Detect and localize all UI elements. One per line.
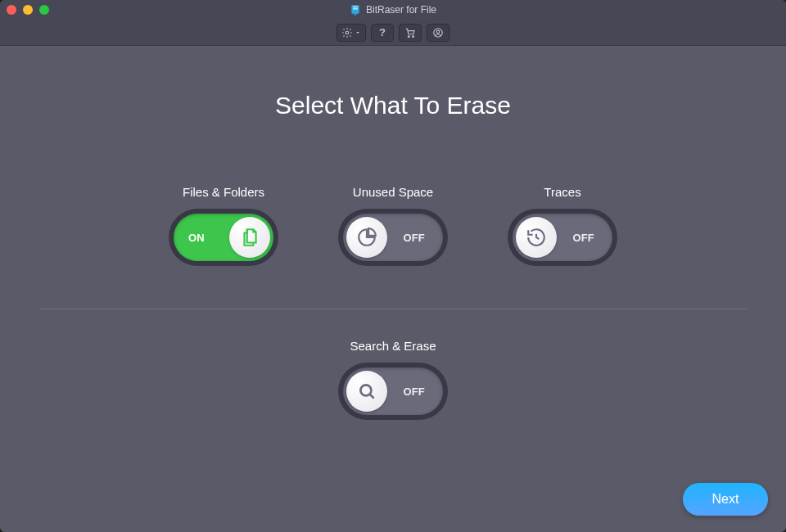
toggle-files-folders[interactable]: ON	[174, 214, 273, 261]
pie-chart-icon	[356, 227, 377, 248]
gear-icon	[341, 27, 353, 38]
settings-button[interactable]	[337, 24, 366, 42]
svg-rect-1	[353, 7, 358, 7]
close-window-button[interactable]	[7, 5, 16, 15]
titlebar: BitRaser for File	[0, 0, 786, 20]
toggle-search-erase[interactable]: OFF	[343, 367, 443, 415]
section-divider	[39, 309, 747, 309]
search-icon	[356, 381, 377, 402]
option-unused-space: Unused Space OFF	[343, 185, 443, 261]
toggle-knob	[229, 217, 270, 258]
window-controls	[7, 5, 49, 15]
toggle-state-label: OFF	[572, 232, 594, 244]
svg-rect-0	[351, 5, 359, 14]
toolbar: ?	[0, 20, 786, 46]
cart-icon	[404, 27, 416, 38]
minimize-window-button[interactable]	[23, 5, 33, 15]
secondary-options-row: Search & Erase OFF	[0, 339, 786, 415]
svg-point-5	[413, 35, 414, 37]
help-button[interactable]: ?	[371, 24, 394, 42]
svg-point-7	[436, 30, 440, 34]
documents-icon	[239, 227, 260, 248]
toggle-state-label: ON	[188, 232, 205, 244]
primary-options-row: Files & Folders ON	[0, 185, 786, 261]
chevron-down-icon	[355, 29, 361, 36]
svg-rect-2	[353, 8, 358, 9]
app-logo-icon	[350, 4, 361, 16]
svg-point-8	[360, 385, 371, 395]
svg-point-4	[408, 35, 409, 37]
app-title: BitRaser for File	[366, 4, 436, 16]
option-search-erase: Search & Erase OFF	[343, 339, 443, 415]
zoom-window-button[interactable]	[39, 5, 49, 15]
toggle-knob	[346, 217, 387, 258]
toggle-unused-space[interactable]: OFF	[343, 214, 443, 261]
user-icon	[432, 27, 444, 38]
toggle-state-label: OFF	[403, 232, 425, 244]
toggle-knob	[516, 217, 557, 258]
toggle-knob	[346, 371, 387, 412]
option-label: Unused Space	[353, 185, 433, 199]
option-label: Traces	[544, 185, 580, 199]
option-traces: Traces OFF	[513, 185, 612, 261]
toggle-state-label: OFF	[403, 385, 425, 398]
cart-button[interactable]	[399, 24, 422, 42]
option-files-folders: Files & Folders ON	[174, 185, 273, 261]
toggle-traces[interactable]: OFF	[513, 214, 612, 261]
question-icon: ?	[379, 26, 386, 38]
page-title: Select What To Erase	[0, 92, 786, 119]
svg-point-3	[346, 31, 349, 34]
next-button[interactable]: Next	[683, 483, 768, 516]
option-label: Search & Erase	[350, 339, 436, 353]
history-icon	[526, 227, 547, 248]
option-label: Files & Folders	[183, 185, 264, 199]
account-button[interactable]	[427, 24, 449, 42]
